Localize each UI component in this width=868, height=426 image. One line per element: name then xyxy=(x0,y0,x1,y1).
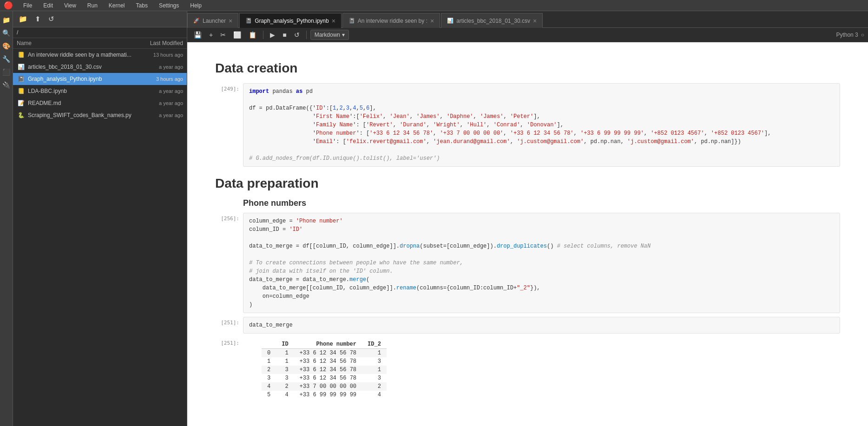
tab-label: Launcher xyxy=(203,18,226,24)
tab-icon: 📊 xyxy=(447,18,454,24)
paste-btn[interactable]: 📋 xyxy=(246,30,259,40)
sidebar-search-icon[interactable]: 🔍 xyxy=(1,28,12,38)
file-name: README.md xyxy=(28,100,159,106)
file-time: a year ago xyxy=(159,88,183,94)
table-cell: +33 6 12 34 56 78 xyxy=(294,374,362,382)
file-name: Scraping_SWIFT_codes_Bank_names.py xyxy=(28,112,159,118)
menu-kernel[interactable]: Kernel xyxy=(106,1,128,10)
menu-view[interactable]: View xyxy=(61,1,79,10)
cell-249: [249]: import pandas as pd df = pd.DataF… xyxy=(215,83,840,167)
table-cell: 2 xyxy=(362,382,387,391)
cell-type-dropdown[interactable]: Markdown ▾ xyxy=(310,30,349,40)
kernel-label: Python 3 xyxy=(836,32,858,38)
refresh-btn[interactable]: ↺ xyxy=(46,14,56,24)
file-icon: 📓 xyxy=(17,75,25,83)
file-name: LDA-BBC.ipynb xyxy=(28,88,159,94)
table-cell: 2 xyxy=(276,382,294,391)
menu-help[interactable]: Help xyxy=(187,1,204,10)
file-time: 13 hours ago xyxy=(153,52,183,58)
file-item[interactable]: 📓Graph_analysis_Python.ipynb3 hours ago xyxy=(13,73,187,85)
code-cell-256[interactable]: column_edge = 'Phone number' column_ID =… xyxy=(243,213,840,313)
col-header-id2: ID_2 xyxy=(362,340,387,349)
app-icon: 🔴 xyxy=(4,1,13,10)
cell-251-var-label: [251]: xyxy=(215,317,243,334)
chevron-down-icon: ▾ xyxy=(342,32,345,38)
main-area: 🚀Launcher×📓Graph_analysis_Python.ipynb×📓… xyxy=(187,11,868,426)
cut-btn[interactable]: ✂ xyxy=(217,30,229,40)
table-cell: 2 xyxy=(262,366,276,374)
table-cell: 3 xyxy=(262,374,276,382)
file-icon: 📒 xyxy=(17,87,25,95)
file-item[interactable]: 🐍Scraping_SWIFT_codes_Bank_names.pya yea… xyxy=(13,109,187,121)
section-heading-data-prep: Data preparation xyxy=(215,176,840,191)
new-folder-btn[interactable]: 📁 xyxy=(17,14,29,24)
tab-close-btn[interactable]: × xyxy=(430,18,434,24)
file-item[interactable]: 📒An interview riddle seen by a mathemati… xyxy=(13,49,187,61)
table-cell: 5 xyxy=(262,391,276,399)
table-row: 11+33 6 12 34 56 783 xyxy=(262,357,387,366)
sidebar-palette-icon[interactable]: 🎨 xyxy=(1,41,12,51)
sidebar-icons: 📁 🔍 🎨 🔧 ⬛ 🔌 xyxy=(0,11,13,426)
code-cell-251-var[interactable]: data_to_merge xyxy=(243,317,840,334)
run-btn[interactable]: ▶ xyxy=(267,30,278,40)
table-cell: 3 xyxy=(276,366,294,374)
table-cell: 3 xyxy=(362,374,387,382)
tab-close-btn[interactable]: × xyxy=(332,18,335,24)
kernel-circle-icon: ○ xyxy=(861,32,864,38)
menu-edit[interactable]: Edit xyxy=(40,1,56,10)
file-icon: 📒 xyxy=(17,51,25,59)
save-btn[interactable]: 💾 xyxy=(191,30,204,40)
file-item[interactable]: 📝README.mda year ago xyxy=(13,97,187,109)
file-toolbar: 📁 ⬆ ↺ xyxy=(13,11,187,27)
tab-icon: 📓 xyxy=(349,18,355,24)
file-time: a year ago xyxy=(159,64,183,70)
tab-articles_bbc_2018_01[interactable]: 📊articles_bbc_2018_01_30.csv× xyxy=(441,13,543,28)
file-name: articles_bbc_2018_01_30.csv xyxy=(28,64,159,70)
col-header-id: ID xyxy=(276,340,294,349)
sidebar-wrench-icon[interactable]: 🔧 xyxy=(1,54,12,64)
cell-type-label: Markdown xyxy=(315,32,340,38)
file-time: 3 hours ago xyxy=(156,76,183,82)
cell-251-var-content[interactable]: data_to_merge xyxy=(243,317,840,334)
menu-file[interactable]: File xyxy=(20,1,35,10)
cell-251-output-content: ID Phone number ID_2 01+33 6 12 34 56 78… xyxy=(243,337,840,402)
menu-bar: 🔴 File Edit View Run Kernel Tabs Setting… xyxy=(0,0,868,11)
tab-close-btn[interactable]: × xyxy=(533,18,537,24)
table-row: 33+33 6 12 34 56 783 xyxy=(262,374,387,382)
menu-run[interactable]: Run xyxy=(85,1,100,10)
tab-label: Graph_analysis_Python.ipynb xyxy=(255,18,329,24)
cell-249-content[interactable]: import pandas as pd df = pd.DataFrame({'… xyxy=(243,83,840,167)
sidebar-extension-icon[interactable]: 🔌 xyxy=(1,80,12,90)
restart-btn[interactable]: ↺ xyxy=(291,30,302,40)
sidebar-tab-icon[interactable]: ⬛ xyxy=(1,67,12,77)
cell-249-label: [249]: xyxy=(215,83,243,167)
stop-btn[interactable]: ■ xyxy=(280,30,289,40)
tab-close-btn[interactable]: × xyxy=(229,18,232,24)
code-cell-249[interactable]: import pandas as pd df = pd.DataFrame({'… xyxy=(243,83,840,167)
cell-256-content[interactable]: column_edge = 'Phone number' column_ID =… xyxy=(243,213,840,313)
table-cell: 0 xyxy=(262,349,276,358)
table-cell: 1 xyxy=(262,357,276,366)
breadcrumb: / xyxy=(13,27,187,38)
sidebar-folder-icon[interactable]: 📁 xyxy=(1,15,12,25)
file-item[interactable]: 📊articles_bbc_2018_01_30.csva year ago xyxy=(13,61,187,73)
file-list: 📒An interview riddle seen by a mathemati… xyxy=(13,49,187,426)
tab-launcher[interactable]: 🚀Launcher× xyxy=(187,13,238,28)
tab-an-interview-riddle-[interactable]: 📓An interview riddle seen by :× xyxy=(342,13,440,28)
notebook-toolbar: 💾 + ✂ ⬜ 📋 ▶ ■ ↺ Markdown ▾ Python 3 ○ xyxy=(187,28,868,42)
menu-settings[interactable]: Settings xyxy=(156,1,182,10)
tab-graph_analysis_pytho[interactable]: 📓Graph_analysis_Python.ipynb× xyxy=(239,13,342,28)
col-header-index xyxy=(262,340,276,349)
menu-tabs[interactable]: Tabs xyxy=(133,1,151,10)
file-item[interactable]: 📒LDA-BBC.ipynba year ago xyxy=(13,85,187,97)
table-cell: 1 xyxy=(276,349,294,358)
add-cell-btn[interactable]: + xyxy=(206,30,216,40)
upload-btn[interactable]: ⬆ xyxy=(33,14,43,24)
file-name: An interview riddle seen by a mathemati.… xyxy=(28,52,153,58)
table-row: 01+33 6 12 34 56 781 xyxy=(262,349,387,358)
copy-btn[interactable]: ⬜ xyxy=(230,30,244,40)
kernel-status: Python 3 ○ xyxy=(836,32,864,38)
table-row: 54+33 6 99 99 99 994 xyxy=(262,391,387,399)
notebook-content[interactable]: Data creation [249]: import pandas as pd… xyxy=(187,42,868,426)
cell-251-output-label: [251]: xyxy=(215,337,243,402)
